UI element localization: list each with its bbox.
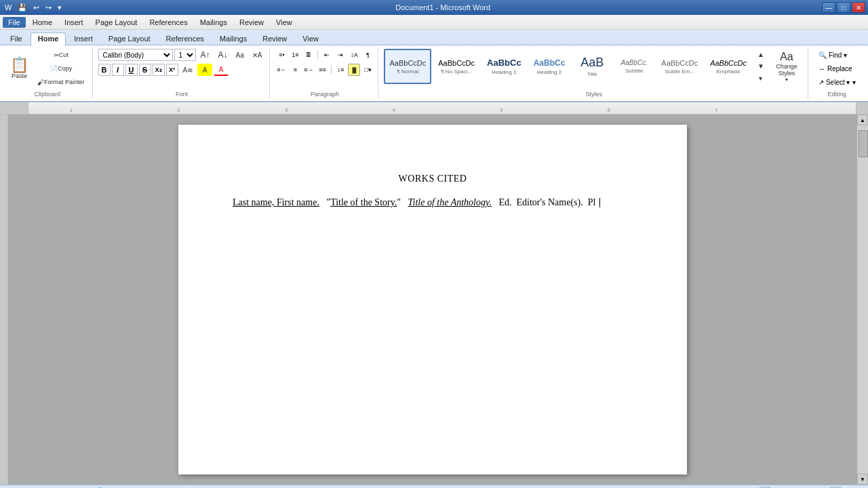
scroll-thumb[interactable] bbox=[859, 130, 868, 157]
quick-access-dropdown[interactable]: ▾ bbox=[56, 3, 64, 13]
find-dropdown[interactable]: ▾ bbox=[844, 52, 847, 59]
subscript-button[interactable]: X₂ bbox=[153, 64, 165, 76]
redo-quick-btn[interactable]: ↪ bbox=[43, 3, 54, 13]
scroll-down-button[interactable]: ▼ bbox=[857, 474, 868, 485]
styles-scroll-down[interactable]: ▼ bbox=[753, 60, 768, 72]
scroll-track[interactable] bbox=[857, 125, 868, 474]
format-painter-label: Format Painter bbox=[44, 79, 85, 85]
menu-page-layout[interactable]: Page Layout bbox=[90, 17, 143, 28]
align-center-button[interactable]: ≡ bbox=[289, 64, 301, 76]
format-painter-icon: 🖌 bbox=[37, 79, 44, 86]
draft-view-button[interactable]: ≡ bbox=[742, 486, 757, 489]
font-name-select[interactable]: Calibri (Body) bbox=[98, 49, 173, 61]
ribbon-tab-insert[interactable]: Insert bbox=[66, 33, 100, 45]
style-subtitle[interactable]: AaBbCc. Subtitle bbox=[614, 49, 654, 84]
select-label: Select ▾ bbox=[826, 79, 850, 86]
font-color-button[interactable]: A bbox=[214, 64, 229, 76]
justify-button[interactable]: ≡≡ bbox=[316, 64, 328, 76]
style-title[interactable]: AaB Title bbox=[572, 49, 612, 84]
style-normal-preview: AaBbCcDc bbox=[389, 59, 426, 67]
style-heading2[interactable]: AaBbCc Heading 2 bbox=[528, 49, 571, 84]
paste-button[interactable]: 📋 Paste bbox=[7, 51, 32, 86]
citation-editor-label: Editor's Name(s). Pl bbox=[516, 197, 595, 207]
sort-button[interactable]: ↕A bbox=[348, 49, 360, 61]
save-quick-btn[interactable]: 💾 bbox=[16, 3, 29, 13]
change-styles-button[interactable]: Aa ChangeStyles ▾ bbox=[770, 49, 804, 84]
ribbon-tab-home[interactable]: Home bbox=[31, 33, 66, 46]
style-emphasis[interactable]: AaBbCcDc Emphasis bbox=[705, 49, 752, 84]
replace-label: Replace bbox=[827, 65, 852, 73]
replace-button[interactable]: ↔ Replace bbox=[814, 62, 861, 75]
ribbon-tab-references[interactable]: References bbox=[159, 33, 212, 45]
superscript-button[interactable]: X² bbox=[166, 64, 178, 76]
web-layout-view-button[interactable]: 🌐 bbox=[707, 486, 722, 489]
paste-label: Paste bbox=[12, 73, 27, 79]
select-dropdown[interactable]: ▾ bbox=[852, 79, 856, 86]
grow-font-button[interactable]: A↑ bbox=[197, 49, 214, 61]
strikethrough-button[interactable]: S bbox=[139, 64, 151, 76]
ribbon-tab-review[interactable]: Review bbox=[255, 33, 294, 45]
maximize-button[interactable]: □ bbox=[837, 2, 850, 13]
menu-view[interactable]: View bbox=[271, 17, 298, 28]
line-spacing-button[interactable]: ↕≡ bbox=[334, 64, 347, 76]
style-heading1[interactable]: AaBbCc Heading 1 bbox=[481, 49, 527, 84]
bullets-button[interactable]: ≡• bbox=[275, 49, 288, 61]
menu-file[interactable]: File bbox=[3, 17, 26, 28]
document-citation[interactable]: Last name, First name. "Title of the Sto… bbox=[233, 195, 633, 210]
style-normal[interactable]: AaBbCcDc ¶ Normal bbox=[384, 49, 431, 84]
styles-scroll-up[interactable]: ▲ bbox=[753, 49, 768, 60]
italic-button[interactable]: I bbox=[112, 64, 124, 76]
menu-home[interactable]: Home bbox=[27, 17, 58, 28]
outline-view-button[interactable]: ≡ bbox=[724, 486, 739, 489]
undo-quick-btn[interactable]: ↩ bbox=[31, 3, 41, 13]
borders-button[interactable]: □▾ bbox=[361, 64, 374, 76]
select-button[interactable]: ↗ Select ▾ ▾ bbox=[814, 76, 861, 88]
align-right-button[interactable]: ≡→ bbox=[302, 64, 315, 76]
style-emphasis-preview: AaBbCcDc bbox=[710, 59, 747, 67]
ribbon-tab-file[interactable]: File bbox=[3, 33, 30, 45]
full-reading-view-button[interactable]: 📋 bbox=[689, 486, 704, 489]
style-heading1-label: Heading 1 bbox=[492, 69, 516, 75]
font-size-select[interactable]: 11 bbox=[174, 49, 196, 61]
underline-button[interactable]: U bbox=[125, 64, 138, 76]
style-no-spacing[interactable]: AaBbCcDc ¶ No Spaci... bbox=[433, 49, 480, 84]
highlight-button[interactable]: A bbox=[197, 64, 212, 76]
editing-group: 🔍 Find ▾ ↔ Replace ↗ Select ▾ ▾ Editing bbox=[810, 47, 865, 99]
clear-format-button[interactable]: ✕A bbox=[249, 49, 266, 61]
shrink-font-button[interactable]: A↓ bbox=[215, 49, 231, 61]
numbering-button[interactable]: 1≡ bbox=[289, 49, 301, 61]
close-button[interactable]: ✕ bbox=[852, 2, 865, 13]
show-hide-button[interactable]: ¶ bbox=[361, 49, 374, 61]
window-controls: — □ ✕ bbox=[822, 2, 865, 13]
ribbon-tab-mailings[interactable]: Mailings bbox=[212, 33, 254, 45]
copy-button[interactable]: 📄 Copy bbox=[34, 62, 88, 75]
styles-more[interactable]: ▾ bbox=[753, 73, 768, 84]
menu-insert[interactable]: Insert bbox=[59, 17, 89, 28]
change-case-button[interactable]: Aa bbox=[233, 49, 248, 61]
cut-button[interactable]: ✂ Cut bbox=[34, 49, 88, 61]
menu-mailings[interactable]: Mailings bbox=[195, 17, 233, 28]
format-painter-button[interactable]: 🖌 Format Painter bbox=[34, 76, 88, 88]
text-effects-button[interactable]: A≋ bbox=[180, 64, 197, 76]
vertical-scrollbar[interactable]: ▲ ▼ bbox=[857, 115, 868, 485]
shading-button[interactable]: ▓ bbox=[348, 64, 360, 76]
menu-references[interactable]: References bbox=[144, 17, 193, 28]
style-heading1-preview: AaBbCc bbox=[487, 58, 521, 68]
align-left-button[interactable]: ≡← bbox=[275, 64, 288, 76]
decrease-indent-button[interactable]: ⇤ bbox=[321, 49, 333, 61]
style-heading2-label: Heading 2 bbox=[537, 69, 561, 75]
ribbon-tab-page-layout[interactable]: Page Layout bbox=[101, 33, 158, 45]
print-layout-view-button[interactable]: 📄 bbox=[671, 486, 686, 489]
ribbon-tab-view[interactable]: View bbox=[295, 33, 326, 45]
scroll-up-button[interactable]: ▲ bbox=[857, 115, 868, 125]
increase-indent-button[interactable]: ⇥ bbox=[334, 49, 347, 61]
find-label: Find bbox=[829, 52, 842, 59]
multilevel-button[interactable]: ≣ bbox=[302, 49, 315, 61]
menu-review[interactable]: Review bbox=[234, 17, 269, 28]
find-button[interactable]: 🔍 Find ▾ bbox=[814, 49, 861, 61]
document-area[interactable]: WORKS CITED Last name, First name. "Titl… bbox=[8, 115, 857, 485]
citation-space3: Ed. bbox=[494, 197, 516, 207]
style-subtle-emphasis[interactable]: AaBbCcDc Subtle Em... bbox=[656, 49, 703, 84]
minimize-button[interactable]: — bbox=[822, 2, 835, 13]
bold-button[interactable]: B bbox=[98, 64, 111, 76]
